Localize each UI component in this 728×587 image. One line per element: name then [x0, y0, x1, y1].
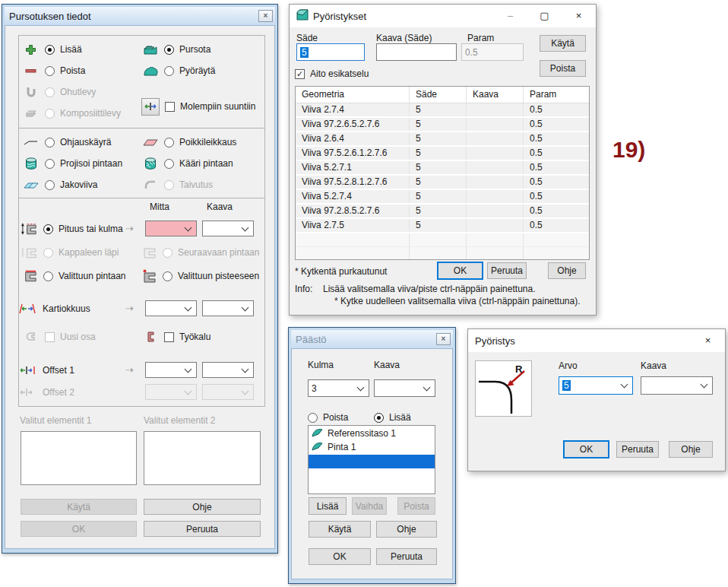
peruuta-button[interactable]: Peruuta: [616, 441, 659, 458]
kaava-offset1-combo[interactable]: [202, 362, 254, 378]
option-poista[interactable]: Poista: [22, 62, 85, 79]
close-icon[interactable]: ×: [258, 10, 273, 22]
ohje-button[interactable]: Ohje: [144, 499, 261, 515]
option-label: Valittuun pisteeseen: [178, 271, 259, 281]
kaava-combo[interactable]: [374, 379, 435, 397]
radio-poista[interactable]: [308, 413, 318, 423]
list-item[interactable]: Referenssitaso 1: [309, 427, 435, 440]
ok-button[interactable]: OK: [437, 262, 483, 280]
rounding-titlebar[interactable]: Pyöristys ×: [468, 329, 725, 352]
table-row[interactable]: Viiva 2.6.4 5 0.5: [296, 132, 589, 147]
table-row[interactable]: Viiva 97.2.6.5.2.7.6 5 0.5: [296, 118, 589, 132]
radio-pyorayta[interactable]: [164, 66, 174, 76]
peruuta-button[interactable]: Peruuta: [487, 262, 527, 279]
option-lisaa[interactable]: Lisää: [22, 41, 82, 58]
table-row[interactable]: Viiva 97.5.2.8.1.2.7.6 5 0.5: [296, 176, 589, 190]
radio-pursota[interactable]: [164, 45, 174, 55]
kayta-button[interactable]: Käytä: [309, 521, 371, 538]
selected-row[interactable]: [309, 455, 435, 468]
sheet-metal-icon: [22, 86, 40, 98]
draft-titlebar[interactable]: Päästö ×: [291, 330, 453, 348]
elements2-listbox[interactable]: [144, 431, 261, 485]
checkbox-aito-esikatselu[interactable]: ✓: [295, 69, 305, 79]
option-pyorayta[interactable]: Pyöräytä: [141, 62, 215, 79]
option-kaari[interactable]: Kääri pintaan: [141, 155, 233, 172]
plus-icon: [22, 44, 40, 56]
arvo-value: 5: [562, 380, 571, 391]
radio-jakoviiva[interactable]: [45, 180, 55, 190]
peruuta-button[interactable]: Peruuta: [376, 548, 437, 565]
close-icon[interactable]: ×: [691, 329, 725, 352]
kaava-sade-input[interactable]: [376, 43, 457, 61]
checkbox-tyokalu[interactable]: [164, 332, 174, 342]
ok-button[interactable]: OK: [309, 548, 371, 565]
elements1-listbox[interactable]: [21, 431, 137, 485]
option-poikkileikkaus[interactable]: Poikkileikkaus: [141, 134, 236, 151]
kaava-combo[interactable]: [641, 376, 713, 395]
peruuta-button[interactable]: Peruuta: [144, 521, 261, 537]
fillet-table[interactable]: Geometria Säde Kaava Param Viiva 2.7.4 5…: [295, 86, 590, 260]
option-label: Poista: [60, 65, 85, 76]
radio-valittuun-pisteeseen[interactable]: [163, 271, 173, 281]
radio-ohjauskayra[interactable]: [45, 138, 55, 148]
kaava-kartiokkuus-combo[interactable]: [202, 300, 254, 316]
radio-kaari[interactable]: [164, 159, 174, 169]
checkbox-molempiin[interactable]: [165, 102, 175, 112]
kayta-button[interactable]: Käytä: [540, 35, 586, 52]
radio-poikkileikkaus[interactable]: [164, 138, 174, 148]
kulma-combo[interactable]: 3: [308, 379, 369, 397]
option-pursota[interactable]: Pursota: [141, 41, 210, 58]
radio-lisaa[interactable]: [45, 45, 55, 55]
ok-button[interactable]: OK: [563, 440, 609, 458]
option-projisoi[interactable]: Projisoi pintaan: [22, 155, 122, 172]
draft-listbox[interactable]: Referenssitaso 1 Pinta 1: [308, 425, 435, 494]
table-row[interactable]: Viiva 2.7.4 5 0.5: [296, 103, 589, 118]
maximize-icon[interactable]: ▢: [527, 5, 562, 27]
table-row[interactable]: Viiva 5.2.7.4 5 0.5: [296, 190, 589, 205]
minimize-icon[interactable]: –: [493, 5, 527, 27]
option-poista[interactable]: Poista: [308, 409, 348, 426]
col-kaava: Kaava: [467, 87, 524, 103]
table-row[interactable]: Viiva 5.2.7.1 5 0.5: [296, 161, 589, 176]
sade-input[interactable]: 5: [296, 43, 365, 61]
lisaa-button[interactable]: Lisää: [309, 497, 347, 515]
draft-dialog: Päästö × Kulma Kaava 3 Poista Lisää Refe…: [288, 327, 456, 584]
cell-geometria: Viiva 2.6.4: [296, 132, 410, 145]
table-row[interactable]: Viiva 97.2.8.5.2.7.6 5 0.5: [296, 205, 589, 219]
fillets-titlebar[interactable]: Pyöristykset – ▢ ×: [290, 5, 596, 27]
radio-lisaa[interactable]: [374, 413, 384, 423]
list-item[interactable]: Pinta 1: [309, 440, 435, 454]
preview-checkbox-row[interactable]: ✓ Aito esikatselu: [295, 65, 369, 82]
draft-body: Kulma Kaava 3 Poista Lisää Referenssitas…: [291, 348, 453, 579]
radio-poista[interactable]: [45, 66, 55, 76]
mitta-pituus-combo[interactable]: [145, 221, 197, 236]
ohje-button[interactable]: Ohje: [669, 441, 713, 458]
kaava-pituus-combo[interactable]: [202, 221, 254, 236]
option-jakoviiva[interactable]: Jakoviiva: [22, 176, 97, 193]
option-molempiin[interactable]: Molempiin suuntiin: [141, 97, 255, 116]
option-valittuun-pintaan[interactable]: Valittuun pintaan: [21, 268, 126, 284]
mitta-kartiokkuus-combo[interactable]: [145, 300, 197, 316]
ohje-button[interactable]: Ohje: [548, 262, 586, 279]
option-tyokalu[interactable]: Työkalu: [141, 328, 210, 345]
option-valittuun-pisteeseen[interactable]: Valittuun pisteeseen: [140, 268, 259, 284]
radio-pituus[interactable]: [43, 224, 53, 234]
extrusion-titlebar[interactable]: Pursotuksen tiedot ×: [5, 7, 275, 25]
close-icon[interactable]: ×: [436, 333, 451, 345]
option-ohjauskayra[interactable]: Ohjauskäyrä: [22, 134, 111, 151]
radio-projisoi[interactable]: [45, 159, 55, 169]
section-separator: [18, 198, 265, 198]
option-pituus[interactable]: Pituus tai kulma: [21, 221, 123, 237]
offset1-icon: [17, 366, 37, 375]
radio-valittuun-pintaan[interactable]: [43, 271, 53, 281]
close-icon[interactable]: ×: [562, 5, 596, 27]
arvo-combo[interactable]: 5: [559, 376, 633, 395]
ohje-button[interactable]: Ohje: [376, 521, 437, 538]
both-directions-icon[interactable]: [141, 98, 160, 116]
mitta-offset1-combo[interactable]: [145, 362, 197, 378]
option-label: Poikkileikkaus: [179, 137, 236, 148]
poista-button[interactable]: Poista: [540, 60, 586, 77]
option-lisaa[interactable]: Lisää: [374, 409, 411, 426]
table-row[interactable]: Viiva 97.5.2.6.1.2.7.6 5 0.5: [296, 147, 589, 161]
table-row[interactable]: Viiva 2.7.5 5 0.5: [296, 219, 589, 233]
